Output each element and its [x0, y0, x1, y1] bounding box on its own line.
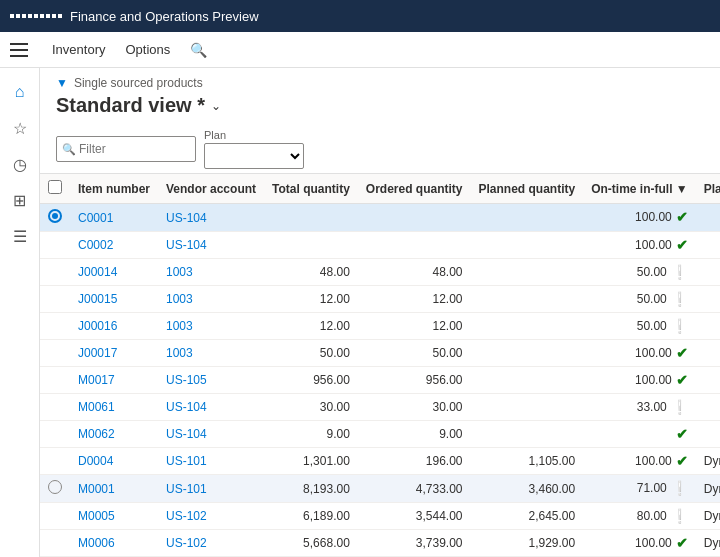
table-row[interactable]: D0004US-1011,301.00196.001,105.00100.00✔… [40, 448, 720, 475]
check-icon: ✔ [676, 237, 688, 253]
cell-item-number[interactable]: M0006 [70, 530, 158, 557]
sidebar-favorites-icon[interactable]: ☆ [4, 112, 36, 144]
cell-item-number[interactable]: M0061 [70, 394, 158, 421]
cell-vendor-account[interactable]: US-102 [158, 503, 264, 530]
cell-vendor-account[interactable]: US-101 [158, 448, 264, 475]
cell-vendor-account[interactable]: US-101 [158, 475, 264, 503]
cell-total-quantity: 6,189.00 [264, 503, 358, 530]
cell-item-number[interactable]: C0001 [70, 204, 158, 232]
ontimefull-value: 80.00 [637, 509, 667, 523]
cell-ordered-quantity: 12.00 [358, 313, 471, 340]
ontimefull-value: 100.00 [635, 373, 672, 387]
check-icon: ✔ [676, 535, 688, 551]
cell-vendor-account[interactable]: US-104 [158, 394, 264, 421]
table-row[interactable]: J00016100312.0012.0050.00❕ [40, 313, 720, 340]
radio-cell[interactable] [40, 313, 70, 340]
cell-vendor-account[interactable]: 1003 [158, 340, 264, 367]
sidebar-modules-icon[interactable]: ☰ [4, 220, 36, 252]
table-container[interactable]: Item number Vendor account Total quantit… [40, 173, 720, 557]
ontimefull-value: 100.00 [635, 454, 672, 468]
sidebar-home-icon[interactable]: ⌂ [4, 76, 36, 108]
cell-planned-quantity [471, 394, 584, 421]
radio-cell[interactable] [40, 503, 70, 530]
sidebar-recent-icon[interactable]: ◷ [4, 148, 36, 180]
cell-item-number[interactable]: M0005 [70, 503, 158, 530]
table-row[interactable]: M0061US-10430.0030.0033.00❕ [40, 394, 720, 421]
cell-total-quantity: 30.00 [264, 394, 358, 421]
radio-cell[interactable] [40, 421, 70, 448]
cell-planned-quantity: 1,105.00 [471, 448, 584, 475]
cell-ontimefull: 100.00✔ [583, 204, 696, 230]
plan-label: Plan [204, 129, 304, 141]
table-row[interactable]: C0002US-104100.00✔ [40, 232, 720, 259]
cell-total-quantity: 956.00 [264, 367, 358, 394]
cell-item-number[interactable]: J00014 [70, 259, 158, 286]
title-dropdown-icon[interactable]: ⌄ [211, 99, 221, 113]
radio-cell[interactable] [40, 340, 70, 367]
app-grid-icon[interactable] [10, 14, 62, 18]
cell-planned-quantity [471, 367, 584, 394]
cell-item-number[interactable]: M0001 [70, 475, 158, 503]
page-title-row: Standard view * ⌄ [40, 92, 720, 125]
radio-button-filled[interactable] [48, 209, 62, 223]
cell-item-number[interactable]: J00017 [70, 340, 158, 367]
radio-cell[interactable] [40, 475, 70, 503]
radio-cell[interactable] [40, 367, 70, 394]
table-row[interactable]: M0062US-1049.009.00✔ [40, 421, 720, 448]
app-title: Finance and Operations Preview [70, 9, 259, 24]
cell-vendor-account[interactable]: 1003 [158, 313, 264, 340]
table-row[interactable]: M0001US-1018,193.004,733.003,460.0071.00… [40, 475, 720, 503]
cell-item-number[interactable]: M0017 [70, 367, 158, 394]
cell-plan: DynPlan [696, 448, 720, 475]
sidebar-workspaces-icon[interactable]: ⊞ [4, 184, 36, 216]
cell-item-number[interactable]: M0062 [70, 421, 158, 448]
table-row[interactable]: M0006US-1025,668.003,739.001,929.00100.0… [40, 530, 720, 557]
cell-plan [696, 394, 720, 421]
radio-cell[interactable] [40, 259, 70, 286]
cell-item-number[interactable]: J00016 [70, 313, 158, 340]
cell-item-number[interactable]: J00015 [70, 286, 158, 313]
cell-plan [696, 421, 720, 448]
radio-cell[interactable] [40, 232, 70, 259]
cell-ordered-quantity: 196.00 [358, 448, 471, 475]
radio-cell[interactable] [40, 448, 70, 475]
radio-button-empty[interactable] [48, 480, 62, 494]
th-radio [40, 174, 70, 204]
content-area: ▼ Single sourced products Standard view … [40, 68, 720, 557]
table-row[interactable]: C0001US-104100.00✔ [40, 204, 720, 232]
cell-ordered-quantity: 50.00 [358, 340, 471, 367]
radio-cell[interactable] [40, 286, 70, 313]
exclamation-icon: ❕ [671, 399, 688, 415]
hamburger-menu[interactable] [10, 38, 34, 62]
table-row[interactable]: M0017US-105956.00956.00100.00✔ [40, 367, 720, 394]
cell-vendor-account[interactable]: US-104 [158, 421, 264, 448]
cell-vendor-account[interactable]: US-102 [158, 530, 264, 557]
cell-total-quantity: 48.00 [264, 259, 358, 286]
table-row[interactable]: M0005US-1026,189.003,544.002,645.0080.00… [40, 503, 720, 530]
cell-item-number[interactable]: C0002 [70, 232, 158, 259]
plan-select[interactable]: DynPlan [204, 143, 304, 169]
cell-total-quantity [264, 232, 358, 259]
cell-vendor-account[interactable]: US-104 [158, 204, 264, 232]
cell-vendor-account[interactable]: US-104 [158, 232, 264, 259]
radio-cell[interactable] [40, 530, 70, 557]
cell-vendor-account[interactable]: US-105 [158, 367, 264, 394]
ontimefull-value: 100.00 [635, 346, 672, 360]
filter-input[interactable] [56, 136, 196, 162]
cell-vendor-account[interactable]: 1003 [158, 286, 264, 313]
search-icon[interactable]: 🔍 [186, 38, 210, 62]
cell-ordered-quantity: 3,739.00 [358, 530, 471, 557]
cell-total-quantity: 5,668.00 [264, 530, 358, 557]
table-row[interactable]: J00014100348.0048.0050.00❕ [40, 259, 720, 286]
cell-item-number[interactable]: D0004 [70, 448, 158, 475]
radio-cell[interactable] [40, 394, 70, 421]
cell-ordered-quantity: 12.00 [358, 286, 471, 313]
select-all-checkbox[interactable] [48, 180, 62, 194]
menu-inventory[interactable]: Inventory [44, 38, 113, 61]
menu-options[interactable]: Options [117, 38, 178, 61]
table-row[interactable]: J00015100312.0012.0050.00❕ [40, 286, 720, 313]
ontimefull-value: 50.00 [637, 265, 667, 279]
cell-vendor-account[interactable]: 1003 [158, 259, 264, 286]
table-row[interactable]: J00017100350.0050.00100.00✔ [40, 340, 720, 367]
radio-cell[interactable] [40, 204, 70, 232]
